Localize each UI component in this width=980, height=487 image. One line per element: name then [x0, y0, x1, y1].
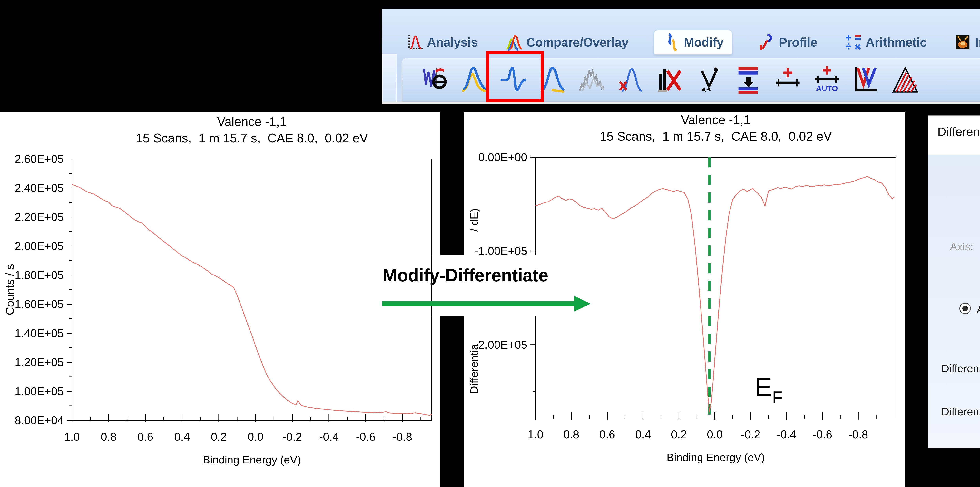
svg-text:2.60E+05: 2.60E+05	[15, 152, 64, 165]
svg-text:Valence -1,1: Valence -1,1	[217, 115, 287, 129]
svg-text:Counts / s: Counts / s	[3, 264, 16, 315]
svg-text:2.20E+05: 2.20E+05	[15, 211, 64, 223]
svg-text:0.6: 0.6	[137, 430, 153, 443]
svg-text:0.6: 0.6	[599, 428, 615, 441]
tab-label: Analysis	[427, 35, 478, 49]
differentiate-dialog: Differentiate ✕ Data Axes Axis: Kinetic …	[928, 117, 980, 448]
svg-text:2.00E+05: 2.00E+05	[15, 240, 64, 252]
tab-arithmetic[interactable]: Arithmetic	[842, 30, 929, 54]
svg-text:2.40E+05: 2.40E+05	[15, 182, 64, 194]
svg-text:-0.8: -0.8	[848, 428, 868, 441]
peak-cross-icon[interactable]	[616, 61, 646, 98]
svg-text:Differentia: Differentia	[468, 344, 480, 394]
svg-text:Binding Energy (eV): Binding Energy (eV)	[203, 453, 301, 466]
tab-profile[interactable]: Profile	[756, 30, 819, 54]
svg-text:1.60E+05: 1.60E+05	[15, 298, 64, 310]
app-screenshot: Analysis Compare/Overlay Modify Profile …	[0, 0, 980, 487]
differentiate-highlight-box	[486, 51, 544, 102]
radio-all-label: All	[977, 303, 980, 316]
background-electron-icon[interactable]	[420, 61, 450, 98]
svg-text:Binding Energy (eV): Binding Energy (eV)	[667, 451, 765, 463]
profile-icon	[757, 33, 776, 52]
svg-text:1.40E+05: 1.40E+05	[15, 327, 64, 339]
axis-label: Axis:	[950, 240, 973, 253]
green-arrow-icon	[382, 294, 592, 313]
svg-text:1.0: 1.0	[64, 430, 80, 443]
svg-text:0.4: 0.4	[174, 430, 190, 443]
svg-text:0.8: 0.8	[563, 428, 579, 441]
svg-text:Valence -1,1: Valence -1,1	[681, 113, 751, 127]
svg-text:AUTO: AUTO	[816, 84, 838, 93]
svg-text:-0.4: -0.4	[777, 428, 796, 441]
ribbon-toolbar: Analysis Compare/Overlay Modify Profile …	[382, 9, 980, 104]
svg-text:-0.6: -0.6	[813, 428, 832, 441]
svg-text:0.0: 0.0	[248, 430, 263, 443]
dialog-title: Differentiate	[937, 125, 980, 139]
tab-label: Profile	[779, 35, 817, 49]
svg-text:1.00E+05: 1.00E+05	[15, 385, 64, 398]
differentiation-width-points-label: Differentiation width (data points)	[942, 362, 980, 375]
svg-text:-0.2: -0.2	[282, 430, 302, 443]
svg-text:15 Scans, 1 m 15.7 s, CAE 8.: 15 Scans, 1 m 15.7 s, CAE 8.0, 0.02 eV	[136, 131, 368, 145]
svg-text:-2.00E+05: -2.00E+05	[474, 338, 527, 351]
svg-text:1.0: 1.0	[528, 428, 544, 441]
radio-selected-dot	[963, 306, 968, 311]
image-icon	[954, 33, 972, 52]
svg-text:0.8: 0.8	[101, 430, 117, 443]
add-marker-icon[interactable]	[773, 61, 803, 98]
svg-text:1.80E+05: 1.80E+05	[15, 268, 64, 281]
svg-text:/ dE): / dE)	[468, 208, 480, 232]
tab-label: Modify	[684, 35, 724, 49]
differentiation-width-ev-label: Differentiation width: (eV)	[942, 406, 980, 418]
svg-text:-0.4: -0.4	[319, 430, 339, 443]
tab-label: Compare/Overlay	[526, 35, 628, 49]
svg-text:8.00E+04: 8.00E+04	[15, 414, 64, 426]
tab-modify[interactable]: Modify	[654, 30, 732, 55]
arithmetic-icon	[844, 33, 863, 52]
swap-arrows-icon[interactable]	[694, 61, 724, 98]
noisy-spectrum-icon[interactable]	[577, 61, 607, 98]
svg-text:E: E	[754, 372, 772, 402]
modify-icon	[662, 33, 681, 52]
dialog-body: Data Axes Axis: Kinetic Energy (11.22-32…	[928, 155, 980, 448]
svg-text:15 Scans, 1 m 15.7 s, CAE 8.: 15 Scans, 1 m 15.7 s, CAE 8.0, 0.02 eV	[600, 129, 832, 144]
smooth-peak-icon[interactable]	[459, 61, 489, 98]
tab-label: Image	[975, 35, 980, 49]
analysis-icon	[406, 33, 424, 52]
auto-marker-icon[interactable]: AUTO	[812, 61, 842, 98]
svg-text:0.00E+00: 0.00E+00	[478, 151, 527, 163]
svg-text:-0.2: -0.2	[741, 428, 760, 441]
delete-data-icon[interactable]	[655, 61, 685, 98]
svg-text:-0.6: -0.6	[356, 430, 375, 443]
background-panel-fragment	[382, 54, 397, 104]
svg-text:0.2: 0.2	[671, 428, 687, 441]
valley-trace-icon[interactable]	[851, 61, 881, 98]
tab-compare-overlay[interactable]: Compare/Overlay	[503, 30, 630, 54]
svg-text:0.2: 0.2	[211, 430, 227, 443]
stack-spectra-icon[interactable]	[733, 61, 764, 98]
tab-label: Arithmetic	[866, 35, 927, 49]
svg-text:1.20E+05: 1.20E+05	[15, 356, 64, 369]
svg-text:-0.8: -0.8	[393, 430, 412, 443]
toolbar-bottom-strip	[382, 102, 980, 104]
hatched-peak-icon[interactable]	[891, 61, 920, 98]
dialog-titlebar[interactable]: Differentiate ✕	[928, 117, 980, 155]
svg-text:0.4: 0.4	[635, 428, 651, 441]
tab-analysis[interactable]: Analysis	[404, 30, 480, 54]
compare-overlay-icon	[505, 33, 523, 52]
modify-differentiate-label: Modify-Differentiate	[383, 265, 548, 286]
tab-image[interactable]: Image	[952, 30, 980, 54]
svg-text:0.0: 0.0	[707, 428, 723, 441]
radio-all[interactable]	[959, 303, 971, 314]
svg-text:F: F	[772, 388, 783, 407]
